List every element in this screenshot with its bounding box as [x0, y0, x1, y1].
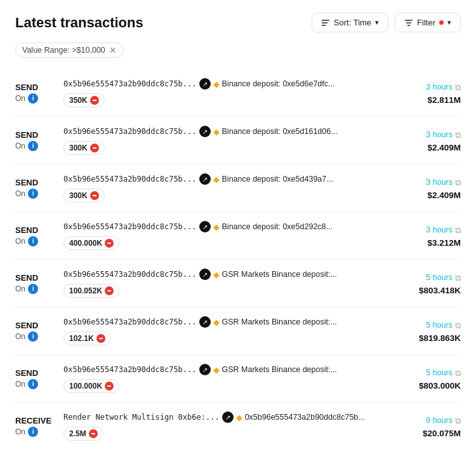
- tx-value-6: $803.000K: [419, 381, 461, 391]
- filter-chevron-icon: ▾: [447, 18, 451, 27]
- filter-bar: Value Range: >$10,000 ✕: [15, 43, 461, 58]
- ext-link-icon-5[interactable]: ⧉: [455, 321, 461, 331]
- tx-time-5: 5 hours: [426, 321, 453, 330]
- tx-addr-row-7: Render Network Multisign 0xb6e:... ↗ ◆ 0…: [63, 411, 392, 423]
- table-row[interactable]: SEND On i 0x5b96e555473a2b90ddc8c75b... …: [15, 307, 461, 355]
- tx-from-addr-2: 0x5b96e555473a2b90ddc8c75b...: [63, 175, 197, 184]
- tx-amount-tag-6: 100.000K: [63, 379, 119, 393]
- tx-right-inner-1: 3 hours ⧉ $2.409M: [397, 129, 461, 152]
- ext-link-icon-4[interactable]: ⧉: [455, 273, 461, 283]
- red-circle-icon-5: [96, 334, 105, 343]
- table-row[interactable]: SEND On i 0x5b96e555473a2b90ddc8c75b... …: [15, 164, 461, 212]
- tx-time-6: 5 hours: [426, 368, 453, 377]
- table-row[interactable]: SEND On i 0x5b96e555473a2b90ddc8c75b... …: [15, 260, 461, 307]
- tx-on-4: On i: [15, 284, 58, 294]
- tx-dest-2: Binance deposit: 0xe5d439a7...: [222, 175, 333, 184]
- tx-dest-6: GSR Markets Binance deposit:...: [222, 365, 337, 374]
- table-row[interactable]: SEND On i 0x5b96e555473a2b90ddc8c75b... …: [15, 212, 461, 260]
- tx-right-inner-5: 5 hours ⧉ $819.863K: [397, 319, 461, 343]
- tx-right-2: 3 hours ⧉ $2.409M: [397, 177, 461, 200]
- tx-addr-row-6: 0x5b96e555473a2b90ddc8c75b... ↗ ◆ GSR Ma…: [63, 364, 392, 375]
- tx-middle-1: 0x5b96e555473a2b90ddc8c75b... ↗ ◆ Binanc…: [63, 126, 392, 155]
- tx-time-4: 5 hours: [426, 273, 453, 282]
- tx-type-1: SEND: [15, 130, 58, 140]
- table-row[interactable]: SEND On i 0x5b96e555473a2b90ddc8c75b... …: [15, 117, 461, 164]
- info-icon-7[interactable]: i: [28, 427, 38, 437]
- ext-link-icon-2[interactable]: ⧉: [455, 178, 461, 188]
- tx-amount-tag-7: 2.5M: [63, 427, 103, 441]
- tx-on-label-2: On: [15, 189, 25, 198]
- tx-addr-row-3: 0x5b96e555473a2b90ddc8c75b... ↗ ◆ Binanc…: [63, 221, 392, 232]
- tx-middle-2: 0x5b96e555473a2b90ddc8c75b... ↗ ◆ Binanc…: [63, 173, 392, 203]
- info-icon-2[interactable]: i: [28, 189, 38, 199]
- tx-on-6: On i: [15, 379, 58, 389]
- arrow-icon-4: ↗: [199, 269, 211, 280]
- ext-link-icon-6[interactable]: ⧉: [455, 368, 461, 378]
- info-icon-3[interactable]: i: [28, 236, 38, 246]
- tx-addr-row-0: 0x5b96e555473a2b90ddc8c75b... ↗ ◆ Binanc…: [63, 78, 392, 90]
- info-icon-4[interactable]: i: [28, 284, 38, 294]
- tx-type-4: SEND: [15, 273, 58, 283]
- tx-left-6: SEND On i: [15, 368, 58, 389]
- tx-right-inner-4: 5 hours ⧉ $803.418K: [397, 272, 461, 295]
- diamond-icon-5: ◆: [213, 317, 220, 327]
- tx-time-0: 3 hours: [426, 83, 453, 91]
- tx-amount-tag-4: 100.052K: [63, 284, 119, 298]
- tx-middle-4: 0x5b96e555473a2b90ddc8c75b... ↗ ◆ GSR Ma…: [63, 269, 392, 298]
- tx-left-4: SEND On i: [15, 273, 58, 294]
- tx-value-0: $2.811M: [427, 95, 461, 105]
- tx-on-7: On i: [15, 427, 58, 437]
- tx-time-7: 9 hours: [426, 416, 453, 425]
- tx-on-1: On i: [15, 141, 58, 151]
- info-icon-6[interactable]: i: [28, 379, 38, 389]
- ext-link-icon-7[interactable]: ⧉: [455, 416, 461, 426]
- tx-from-addr-0: 0x5b96e555473a2b90ddc8c75b...: [63, 79, 197, 88]
- table-row[interactable]: SEND On i 0x5b96e555473a2b90ddc8c75b... …: [15, 355, 461, 403]
- tx-amount-5: 102.1K: [69, 334, 94, 343]
- diamond-icon-2: ◆: [213, 175, 220, 184]
- arrow-icon-2: ↗: [199, 173, 211, 185]
- tx-on-label-6: On: [15, 380, 25, 389]
- tx-on-label-1: On: [15, 142, 25, 150]
- red-circle-icon-3: [105, 239, 114, 248]
- sort-button[interactable]: Sort: Time ▾: [312, 13, 388, 32]
- tx-time-3: 3 hours: [426, 225, 453, 234]
- tx-on-0: On i: [15, 93, 58, 104]
- tx-right-1: 3 hours ⧉ $2.409M: [397, 129, 461, 152]
- tx-value-3: $3.212M: [427, 238, 461, 248]
- ext-link-icon-1[interactable]: ⧉: [455, 130, 461, 140]
- tx-amount-1: 300K: [69, 144, 88, 152]
- info-icon-0[interactable]: i: [28, 93, 38, 104]
- tx-on-2: On i: [15, 189, 58, 199]
- tx-right-inner-2: 3 hours ⧉ $2.409M: [397, 177, 461, 200]
- tx-addr-row-4: 0x5b96e555473a2b90ddc8c75b... ↗ ◆ GSR Ma…: [63, 269, 392, 280]
- tx-middle-3: 0x5b96e555473a2b90ddc8c75b... ↗ ◆ Binanc…: [63, 221, 392, 250]
- tx-amount-tag-0: 350K: [63, 93, 105, 107]
- tx-middle-7: Render Network Multisign 0xb6e:... ↗ ◆ 0…: [63, 411, 392, 441]
- diamond-icon-1: ◆: [213, 127, 220, 137]
- table-row[interactable]: RECEIVE On i Render Network Multisign 0x…: [15, 403, 461, 450]
- tx-amount-tag-2: 300K: [63, 189, 105, 203]
- tx-left-5: SEND On i: [15, 321, 58, 342]
- table-row[interactable]: SEND On i 0x5b96e555473a2b90ddc8c75b... …: [15, 69, 461, 117]
- tx-on-label-7: On: [15, 427, 25, 436]
- tx-on-label-0: On: [15, 94, 25, 103]
- filter-button[interactable]: Filter ▾: [395, 13, 461, 32]
- info-icon-1[interactable]: i: [28, 141, 38, 151]
- tx-left-1: SEND On i: [15, 130, 58, 151]
- transactions-list: SEND On i 0x5b96e555473a2b90ddc8c75b... …: [15, 69, 461, 450]
- ext-link-icon-0[interactable]: ⧉: [455, 83, 461, 93]
- tx-right-0: 3 hours ⧉ $2.811M: [397, 81, 461, 105]
- tx-right-6: 5 hours ⧉ $803.000K: [397, 367, 461, 391]
- filter-tag[interactable]: Value Range: >$10,000 ✕: [15, 43, 124, 58]
- tx-addr-row-5: 0x5b96e555473a2b90ddc8c75b... ↗ ◆ GSR Ma…: [63, 316, 392, 328]
- ext-link-icon-3[interactable]: ⧉: [455, 225, 461, 236]
- tx-amount-2: 300K: [69, 191, 88, 200]
- info-icon-5[interactable]: i: [28, 331, 38, 342]
- tx-value-4: $803.418K: [419, 286, 461, 295]
- filter-tag-close-icon[interactable]: ✕: [109, 46, 117, 55]
- tx-dest-7: 0x5b96e555473a2b90ddc8c75b...: [245, 413, 365, 422]
- tx-right-inner-3: 3 hours ⧉ $3.212M: [397, 224, 461, 248]
- tx-type-7: RECEIVE: [15, 416, 58, 425]
- tx-dest-4: GSR Markets Binance deposit:...: [222, 270, 337, 279]
